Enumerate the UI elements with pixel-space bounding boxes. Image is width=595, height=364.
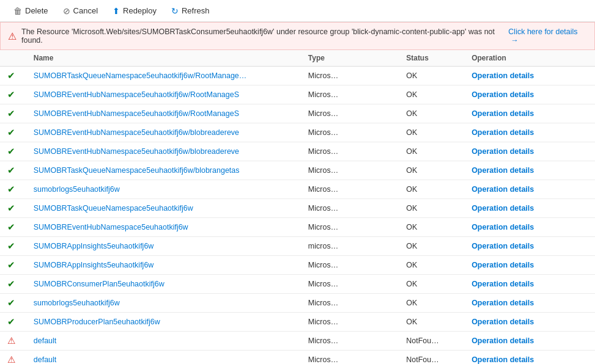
- resource-name-link[interactable]: default: [34, 355, 57, 364]
- redeploy-button[interactable]: ⬆ Redeploy: [106, 4, 163, 18]
- cell-op-link: Operation details: [464, 275, 595, 294]
- cell-status-icon: ✔: [0, 256, 26, 275]
- cell-op-status: OK: [399, 237, 464, 256]
- cell-op-status: OK: [399, 275, 464, 294]
- cell-resource-name: sumobrlogs5euhaotkifj6w: [26, 180, 301, 199]
- cell-status-icon: ⚠: [0, 332, 26, 351]
- cell-resource-name: SUMOBRTaskQueueNamespace5euhaotkifj6w/Ro…: [26, 67, 301, 86]
- cell-op-link: Operation details: [464, 218, 595, 237]
- operation-details-link[interactable]: Operation details: [471, 109, 534, 118]
- operation-details-link[interactable]: Operation details: [471, 166, 534, 175]
- resource-name-link[interactable]: SUMOBRTaskQueueNamespace5euhaotkifj6w/bl…: [34, 166, 240, 175]
- cell-status-icon: ✔: [0, 199, 26, 218]
- table-row: ✔ SUMOBREventHubNamespace5euhaotkifj6w/b…: [0, 123, 595, 142]
- cell-op-status: OK: [399, 67, 464, 86]
- status-ok-icon: ✔: [7, 222, 15, 233]
- operation-details-link[interactable]: Operation details: [471, 337, 534, 345]
- resource-name-link[interactable]: SUMOBREventHubNamespace5euhaotkifj6w: [34, 223, 188, 231]
- resource-name-link[interactable]: sumobrlogs5euhaotkifj6w: [34, 299, 120, 307]
- status-error-icon: ⚠: [7, 335, 15, 346]
- status-ok-icon: ✔: [7, 70, 15, 81]
- operation-details-link[interactable]: Operation details: [471, 261, 534, 269]
- resource-name-link[interactable]: SUMOBREventHubNamespace5euhaotkifj6w/Roo…: [34, 90, 239, 99]
- status-ok-icon: ✔: [7, 316, 15, 327]
- status-ok-icon: ✔: [7, 127, 15, 138]
- cell-resource-name: default: [26, 351, 301, 365]
- cell-resource-name: SUMOBREventHubNamespace5euhaotkifj6w: [26, 218, 301, 237]
- operation-details-link[interactable]: Operation details: [471, 223, 534, 231]
- cell-resource-type: Micros…: [301, 256, 399, 275]
- operation-details-link[interactable]: Operation details: [471, 299, 534, 307]
- cell-op-link: Operation details: [464, 180, 595, 199]
- delete-button[interactable]: 🗑 Delete: [7, 4, 54, 18]
- table-row: ✔ SUMOBRAppInsights5euhaotkifj6w Micros……: [0, 256, 595, 275]
- status-ok-icon: ✔: [7, 278, 15, 289]
- cancel-label: Cancel: [73, 6, 98, 15]
- cell-resource-type: micros…: [301, 237, 399, 256]
- cell-op-status: OK: [399, 161, 464, 180]
- cell-resource-name: SUMOBRTaskQueueNamespace5euhaotkifj6w/bl…: [26, 161, 301, 180]
- resource-name-link[interactable]: SUMOBRAppInsights5euhaotkifj6w: [34, 242, 154, 250]
- operation-details-link[interactable]: Operation details: [471, 147, 534, 156]
- cell-resource-type: Micros…: [301, 313, 399, 332]
- operation-details-link[interactable]: Operation details: [471, 90, 534, 99]
- cell-status-icon: ✔: [0, 313, 26, 332]
- cell-status-icon: ✔: [0, 161, 26, 180]
- operation-details-link[interactable]: Operation details: [471, 128, 534, 137]
- cell-resource-name: SUMOBRAppInsights5euhaotkifj6w: [26, 256, 301, 275]
- operation-details-link[interactable]: Operation details: [471, 71, 534, 80]
- table-row: ✔ SUMOBRTaskQueueNamespace5euhaotkifj6w/…: [0, 161, 595, 180]
- table-row: ✔ SUMOBREventHubNamespace5euhaotkifj6w/R…: [0, 86, 595, 104]
- cell-op-link: Operation details: [464, 351, 595, 365]
- operation-details-link[interactable]: Operation details: [471, 318, 534, 326]
- col-header-opstatus: Status: [399, 50, 464, 67]
- resource-name-link[interactable]: SUMOBREventHubNamespace5euhaotkifj6w/blo…: [34, 147, 239, 156]
- cell-resource-type: Micros…: [301, 86, 399, 104]
- cell-status-icon: ✔: [0, 180, 26, 199]
- operation-details-link[interactable]: Operation details: [471, 242, 534, 250]
- cell-op-status: NotFou…: [399, 351, 464, 365]
- cell-op-link: Operation details: [464, 123, 595, 142]
- cell-op-status: OK: [399, 199, 464, 218]
- resource-name-link[interactable]: SUMOBRAppInsights5euhaotkifj6w: [34, 261, 154, 269]
- resource-name-link[interactable]: SUMOBREventHubNamespace5euhaotkifj6w/blo…: [34, 128, 239, 137]
- table-row: ✔ SUMOBRProducerPlan5euhaotkifj6w Micros…: [0, 313, 595, 332]
- cell-resource-name: SUMOBRConsumerPlan5euhaotkifj6w: [26, 275, 301, 294]
- cell-resource-name: SUMOBREventHubNamespace5euhaotkifj6w/blo…: [26, 123, 301, 142]
- table-row: ✔ sumobrlogs5euhaotkifj6w Micros… OK Ope…: [0, 294, 595, 313]
- error-details-link[interactable]: Click here for details →: [508, 27, 587, 45]
- operation-details-link[interactable]: Operation details: [471, 355, 534, 364]
- cell-op-link: Operation details: [464, 142, 595, 161]
- operation-details-link[interactable]: Operation details: [471, 280, 534, 288]
- cell-op-link: Operation details: [464, 294, 595, 313]
- resource-name-link[interactable]: default: [34, 337, 57, 345]
- cell-resource-type: Micros…: [301, 294, 399, 313]
- cell-op-link: Operation details: [464, 161, 595, 180]
- resource-name-link[interactable]: SUMOBRTaskQueueNamespace5euhaotkifj6w/Ro…: [34, 71, 247, 80]
- resource-name-link[interactable]: SUMOBRProducerPlan5euhaotkifj6w: [34, 318, 160, 326]
- cell-op-status: NotFou…: [399, 332, 464, 351]
- table-row: ⚠ default Micros… NotFou… Operation deta…: [0, 351, 595, 365]
- refresh-button[interactable]: ↻ Refresh: [165, 4, 216, 18]
- table-header-row: Name Type Status Operation: [0, 50, 595, 67]
- status-ok-icon: ✔: [7, 108, 15, 119]
- cell-resource-name: SUMOBREventHubNamespace5euhaotkifj6w/blo…: [26, 142, 301, 161]
- operation-details-link[interactable]: Operation details: [471, 204, 534, 213]
- operation-details-link[interactable]: Operation details: [471, 185, 534, 194]
- table-row: ✔ SUMOBREventHubNamespace5euhaotkifj6w/b…: [0, 142, 595, 161]
- resource-name-link[interactable]: SUMOBRTaskQueueNamespace5euhaotkifj6w: [34, 204, 193, 213]
- cell-resource-type: Micros…: [301, 104, 399, 123]
- cell-op-status: OK: [399, 218, 464, 237]
- refresh-label: Refresh: [182, 6, 210, 15]
- resource-name-link[interactable]: SUMOBRConsumerPlan5euhaotkifj6w: [34, 280, 164, 288]
- cell-status-icon: ✔: [0, 86, 26, 104]
- table-row: ✔ sumobrlogs5euhaotkifj6w Micros… OK Ope…: [0, 180, 595, 199]
- cell-resource-type: Micros…: [301, 142, 399, 161]
- resource-name-link[interactable]: SUMOBREventHubNamespace5euhaotkifj6w/Roo…: [34, 109, 239, 118]
- cell-resource-type: Micros…: [301, 332, 399, 351]
- resource-name-link[interactable]: sumobrlogs5euhaotkifj6w: [34, 185, 120, 194]
- cell-resource-name: SUMOBREventHubNamespace5euhaotkifj6w/Roo…: [26, 86, 301, 104]
- cancel-button[interactable]: ⊘ Cancel: [57, 4, 104, 18]
- cell-resource-type: Micros…: [301, 123, 399, 142]
- cell-resource-name: SUMOBRAppInsights5euhaotkifj6w: [26, 237, 301, 256]
